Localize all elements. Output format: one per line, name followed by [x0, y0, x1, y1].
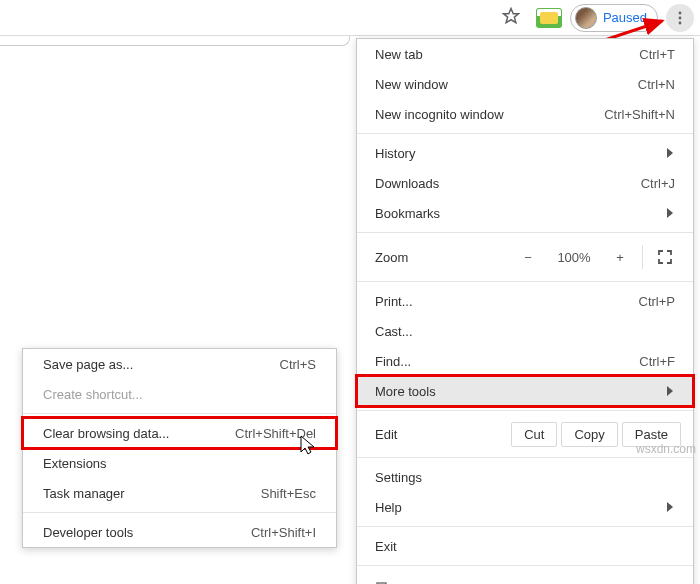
cut-button[interactable]: Cut — [511, 422, 557, 447]
submenu-task-manager[interactable]: Task manager Shift+Esc — [23, 478, 336, 508]
app-icon[interactable] — [536, 8, 562, 28]
menu-settings[interactable]: Settings — [357, 462, 693, 492]
zoom-in-button[interactable]: + — [604, 243, 636, 271]
menu-help[interactable]: Help — [357, 492, 693, 522]
profile-badge[interactable]: Paused — [570, 4, 658, 32]
chevron-right-icon — [667, 146, 675, 161]
submenu-extensions[interactable]: Extensions — [23, 448, 336, 478]
menu-print[interactable]: Print... Ctrl+P — [357, 286, 693, 316]
fullscreen-icon[interactable] — [649, 243, 681, 271]
menu-exit[interactable]: Exit — [357, 531, 693, 561]
chrome-menu: New tab Ctrl+T New window Ctrl+N New inc… — [356, 38, 694, 584]
bookmark-star-icon[interactable] — [502, 7, 520, 28]
zoom-out-button[interactable]: − — [512, 243, 544, 271]
svg-point-3 — [679, 21, 682, 24]
menu-history[interactable]: History — [357, 138, 693, 168]
menu-zoom: Zoom − 100% + — [357, 237, 693, 277]
svg-marker-6 — [667, 148, 673, 158]
menu-managed-by-org[interactable]: Managed by your organization — [357, 570, 693, 584]
menu-button[interactable] — [666, 4, 694, 32]
submenu-clear-browsing-data[interactable]: Clear browsing data... Ctrl+Shift+Del — [23, 418, 336, 448]
menu-bookmarks[interactable]: Bookmarks — [357, 198, 693, 228]
copy-button[interactable]: Copy — [561, 422, 617, 447]
menu-more-tools[interactable]: More tools — [357, 376, 693, 406]
svg-marker-8 — [667, 386, 673, 396]
menu-new-window[interactable]: New window Ctrl+N — [357, 69, 693, 99]
svg-marker-0 — [503, 9, 518, 23]
organization-icon — [375, 580, 393, 584]
svg-point-1 — [679, 11, 682, 14]
submenu-save-page[interactable]: Save page as... Ctrl+S — [23, 349, 336, 379]
toolbar: Paused — [0, 0, 700, 36]
menu-new-tab[interactable]: New tab Ctrl+T — [357, 39, 693, 69]
menu-find[interactable]: Find... Ctrl+F — [357, 346, 693, 376]
submenu-create-shortcut: Create shortcut... — [23, 379, 336, 409]
more-tools-submenu: Save page as... Ctrl+S Create shortcut..… — [22, 348, 337, 548]
svg-marker-7 — [667, 208, 673, 218]
zoom-value: 100% — [550, 243, 598, 271]
watermark: wsxdn.com — [636, 442, 696, 456]
menu-new-incognito[interactable]: New incognito window Ctrl+Shift+N — [357, 99, 693, 129]
menu-cast[interactable]: Cast... — [357, 316, 693, 346]
svg-point-2 — [679, 16, 682, 19]
svg-marker-9 — [667, 502, 673, 512]
menu-downloads[interactable]: Downloads Ctrl+J — [357, 168, 693, 198]
avatar-icon — [575, 7, 597, 29]
chevron-right-icon — [667, 206, 675, 221]
chevron-right-icon — [667, 500, 675, 515]
chevron-right-icon — [667, 384, 675, 399]
submenu-developer-tools[interactable]: Developer tools Ctrl+Shift+I — [23, 517, 336, 547]
paused-label: Paused — [603, 10, 647, 25]
